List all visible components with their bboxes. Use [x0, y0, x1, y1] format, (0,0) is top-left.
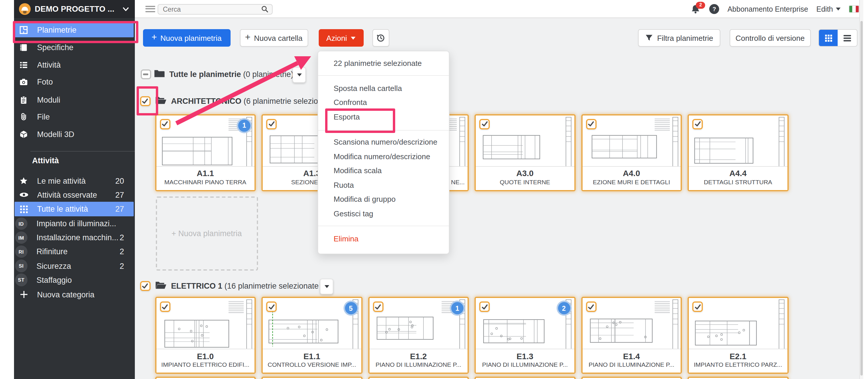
search-input[interactable]: [158, 6, 261, 13]
version-control-button[interactable]: Controllo di versione: [730, 29, 810, 47]
checkbox-checked[interactable]: [479, 119, 490, 129]
sidebar-item-attivit-[interactable]: Attività: [14, 57, 133, 72]
checkbox-checked[interactable]: [140, 281, 150, 291]
italian-flag-icon[interactable]: [849, 5, 859, 13]
sidebar-activity-item-attivit-osservate[interactable]: Attività osservate27: [14, 188, 133, 202]
sidebar-activity-item-le-mie-attivit-[interactable]: Le mie attività20: [14, 174, 133, 188]
folder-row-architettonico[interactable]: ARCHITETTONICO (6 planimetrie selezionat…: [155, 93, 338, 108]
menu-item-esporta[interactable]: Esporta: [318, 110, 449, 124]
checkbox-checked[interactable]: [160, 302, 170, 312]
plan-card-e2-1[interactable]: E2.1IMPIANTO ELETTRICO PARZ...: [688, 297, 788, 374]
chevron-down-icon: [324, 285, 329, 288]
subscription-label[interactable]: Abbonamento Enterprise: [727, 5, 808, 13]
menu-item-elimina[interactable]: Elimina: [318, 232, 449, 246]
plan-card-e1-1[interactable]: E1.1CONTROLLO VERSIONE IMP...5: [261, 297, 362, 374]
scrollbar-thumb[interactable]: [860, 21, 863, 376]
checkbox-checked[interactable]: [692, 302, 703, 312]
menu-item-sposta-nella-cartella[interactable]: Sposta nella cartella: [318, 81, 449, 96]
folder-icon: [154, 69, 165, 79]
sidebar-item-planimetrie[interactable]: Planimetrie: [14, 23, 133, 37]
next-row-card-top[interactable]: [688, 376, 788, 379]
checkbox-checked[interactable]: [373, 302, 383, 312]
notifications-button[interactable]: 2: [690, 4, 701, 14]
plan-card-a1-1[interactable]: A1.1MACCHINARI PIANO TERRA1: [155, 114, 256, 191]
sidebar-item-modelli-3d[interactable]: Modelli 3D: [14, 127, 133, 142]
version-count-badge[interactable]: 1: [238, 119, 250, 132]
project-switcher[interactable]: DEMO PROGETTO ...: [14, 0, 135, 18]
sidebar-new-category-button[interactable]: Nuova categoria: [14, 287, 133, 302]
version-history-button[interactable]: [372, 29, 389, 47]
category-initials-badge: SI: [15, 260, 27, 272]
search-box[interactable]: [158, 4, 273, 14]
sidebar-activity-item-rifiniture[interactable]: RIRifiniture2: [14, 245, 133, 259]
checkbox-checked[interactable]: [692, 119, 703, 129]
plan-label-area: A1.1MACCHINARI PIANO TERRA: [156, 166, 254, 190]
sidebar-activity-item-sicurezza[interactable]: SISicurezza2: [14, 259, 133, 273]
list-view-button[interactable]: [838, 30, 857, 46]
sidebar-activity-item-staffaggio[interactable]: STStaffaggio: [14, 273, 133, 287]
plan-label-area: E1.3PIANO DI ILLUMINAZIONE P...: [476, 349, 574, 373]
plan-card-e1-0[interactable]: E1.0IMPIANTO ELETTRICO EDIFI...: [155, 297, 256, 374]
menu-item-confronta[interactable]: Confronta: [318, 96, 449, 110]
activity-count: 27: [115, 205, 124, 213]
next-row-card-top[interactable]: [581, 376, 682, 379]
menu-item-modifica-di-gruppo[interactable]: Modifica di gruppo: [318, 193, 449, 207]
folder-count: (16 planimetrie selezionate ): [222, 281, 324, 290]
checkbox-checked[interactable]: [266, 119, 277, 129]
menu-item-scansiona-numero-descrizione[interactable]: Scansiona numero/descrizione: [318, 135, 449, 149]
grid-view-button[interactable]: [819, 30, 838, 46]
plan-thumbnail: [689, 298, 787, 349]
checkbox-checked[interactable]: [586, 119, 596, 129]
menu-item-modifica-scala[interactable]: Modifica scala: [318, 164, 449, 178]
plan-card-a4-4[interactable]: A4.4DETTAGLI STRUTTURA: [688, 114, 788, 191]
grid-view-icon: [825, 34, 832, 42]
plan-number: E1.0: [156, 351, 254, 360]
menu-item-ruota[interactable]: Ruota: [318, 178, 449, 193]
version-count-badge[interactable]: 2: [558, 302, 570, 314]
version-count-badge[interactable]: 5: [345, 302, 357, 314]
help-button[interactable]: ?: [709, 4, 719, 14]
next-row-card-top[interactable]: [474, 376, 575, 379]
plan-card-a3-0[interactable]: A3.0QUOTE INTERNE: [474, 114, 575, 191]
new-folder-button[interactable]: +Nuova cartella: [240, 29, 308, 47]
new-plan-placeholder-card[interactable]: + Nuova planimetria: [156, 196, 258, 271]
new-plan-button[interactable]: +Nuova planimetria: [143, 29, 230, 47]
checkbox-checked[interactable]: [266, 302, 277, 312]
checkbox-checked[interactable]: [160, 119, 170, 129]
sidebar-activity-item-installazione-macchin-[interactable]: IMInstallazione macchin...2: [14, 231, 133, 245]
checkbox-checked[interactable]: [479, 302, 490, 312]
next-row-card-top[interactable]: [155, 376, 256, 379]
menu-toggle-icon[interactable]: [145, 6, 155, 12]
plan-card-e1-4[interactable]: E1.4PIANO DI ILLUMINAZIONE P...: [581, 297, 682, 374]
version-count-badge[interactable]: 1: [451, 302, 463, 314]
checkbox-indeterminate[interactable]: [141, 69, 151, 79]
plan-card-e1-3[interactable]: E1.3PIANO DI ILLUMINAZIONE P...2: [474, 297, 575, 374]
sidebar-item-file[interactable]: File: [14, 109, 133, 125]
plan-description: IMPIANTO ELETTRICO PARZ...: [689, 361, 787, 368]
sidebar-activity-item-tutte-le-attivit-[interactable]: Tutte le attività27: [14, 202, 133, 216]
next-row-card-top[interactable]: [368, 376, 469, 379]
user-menu[interactable]: Edith: [816, 5, 841, 13]
sidebar-item-specifiche[interactable]: Specifiche: [14, 40, 133, 55]
menu-item-gestisci-tag[interactable]: Gestisci tag: [318, 207, 449, 221]
checkbox-checked[interactable]: [140, 96, 150, 106]
sidebar-item-moduli[interactable]: Moduli: [14, 92, 133, 107]
plan-number: A1.1: [156, 169, 254, 178]
sidebar-activity-item-impianto-di-illuminazi-[interactable]: IDImpianto di illuminazi...: [14, 217, 133, 231]
folder-row-tutte-le-planimetrie[interactable]: Tutte le planimetrie (0 planimetrie): [154, 66, 293, 82]
category-initials-badge: IM: [15, 232, 27, 244]
plan-card-a4-0[interactable]: A4.0EZIONE MURI E DETTAGLI: [581, 114, 682, 191]
plan-number: E1.3: [476, 351, 574, 360]
filter-plans-button[interactable]: Filtra planimetrie: [638, 29, 720, 47]
folder-menu-button[interactable]: [320, 278, 333, 294]
sidebar-item-foto[interactable]: Foto: [14, 74, 133, 90]
new-category-label: Nuova categoria: [37, 290, 95, 299]
plan-card-e1-2[interactable]: E1.2PIANO DI ILLUMINAZIONE P...1: [368, 297, 469, 374]
folder-menu-button[interactable]: [292, 67, 306, 82]
next-row-card-top[interactable]: [261, 376, 362, 379]
menu-item-modifica-numero-descrizione[interactable]: Modifica numero/descrizione: [318, 149, 449, 164]
checkbox-checked[interactable]: [586, 302, 596, 312]
actions-button[interactable]: Azioni: [318, 29, 364, 47]
paperclip-icon: [19, 112, 28, 122]
folder-row-elettrico-1[interactable]: ELETTRICO 1 (16 planimetrie selezionate …: [155, 278, 323, 293]
